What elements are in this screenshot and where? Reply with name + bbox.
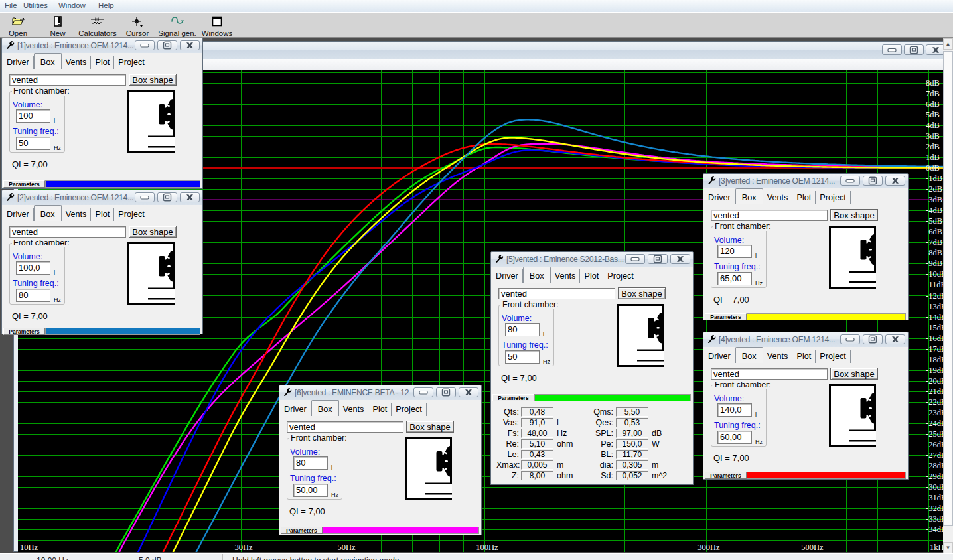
svg-text:8dB: 8dB [926,78,940,88]
svg-text:1dB: 1dB [926,153,940,162]
svg-text:-14dB: -14dB [926,313,945,322]
svg-text:7dB: 7dB [926,89,940,98]
svg-text:-6dB: -6dB [926,227,942,236]
svg-text:4dB: 4dB [926,121,940,130]
svg-text:50Hz: 50Hz [337,543,356,552]
svg-text:6dB: 6dB [926,100,940,109]
svg-text:-4dB: -4dB [926,206,942,215]
svg-text:2dB: 2dB [926,142,940,151]
svg-text:-2dB: -2dB [926,184,942,194]
svg-text:-8dB: -8dB [926,248,942,257]
svg-text:-1dB: -1dB [926,174,942,183]
svg-text:-16dB: -16dB [926,334,945,343]
svg-text:-10dB: -10dB [926,269,945,279]
svg-text:-30dB: -30dB [926,482,945,492]
svg-text:-17dB: -17dB [926,344,945,354]
svg-text:-19dB: -19dB [926,366,945,375]
svg-text:-23dB: -23dB [926,408,945,417]
svg-text:-32dB: -32dB [926,504,945,513]
svg-text:-33dB: -33dB [926,514,945,524]
svg-text:-9dB: -9dB [926,259,942,268]
svg-text:-31dB: -31dB [926,493,945,502]
svg-text:-27dB: -27dB [926,451,945,460]
svg-text:-22dB: -22dB [926,397,945,407]
svg-text:-28dB: -28dB [926,461,945,470]
svg-text:-34dB: -34dB [926,525,945,534]
svg-text:-25dB: -25dB [926,429,945,439]
svg-text:0dB: 0dB [926,163,940,173]
svg-text:-13dB: -13dB [926,302,945,311]
svg-text:-3dB: -3dB [926,195,942,204]
svg-text:-20dB: -20dB [926,376,945,385]
svg-text:-7dB: -7dB [926,238,942,247]
svg-text:-11dB: -11dB [926,280,945,289]
svg-text:500Hz: 500Hz [801,543,824,552]
svg-text:300Hz: 300Hz [697,543,720,552]
svg-text:-12dB: -12dB [926,291,945,301]
svg-text:3dB: 3dB [926,131,940,141]
svg-text:-5dB: -5dB [926,216,942,226]
svg-text:-29dB: -29dB [926,472,945,481]
svg-text:5dB: 5dB [926,110,940,119]
svg-text:-15dB: -15dB [926,323,945,332]
svg-text:-18dB: -18dB [926,355,945,364]
svg-text:-26dB: -26dB [926,440,945,449]
svg-text:-21dB: -21dB [926,387,945,396]
svg-text:-24dB: -24dB [926,419,945,428]
svg-text:30Hz: 30Hz [234,543,253,552]
svg-text:100Hz: 100Hz [476,543,498,552]
svg-text:10Hz: 10Hz [20,543,38,552]
